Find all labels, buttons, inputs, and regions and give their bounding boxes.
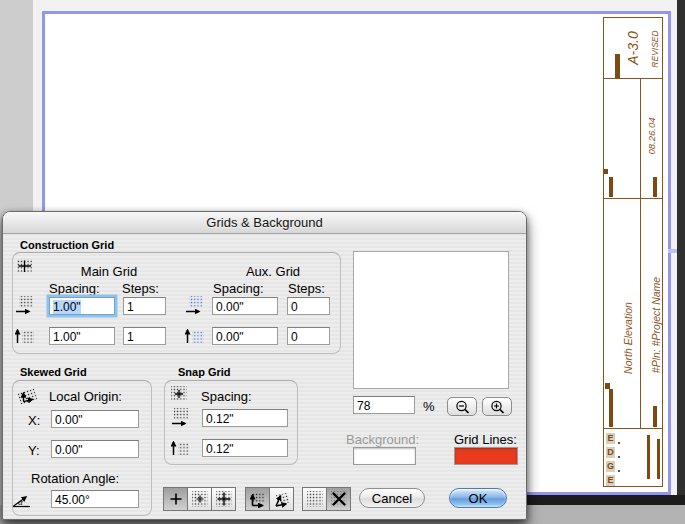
ok-button[interactable]: OK (449, 488, 507, 508)
titleblock-divider (604, 78, 662, 79)
snap-grid-icon (170, 385, 189, 407)
grid-dots-only-button[interactable] (302, 487, 327, 511)
titleblock-mark (604, 169, 608, 174)
titleblock-bar (615, 54, 620, 78)
zoom-in-button[interactable] (482, 397, 512, 416)
skewed-grid-section-label: Skewed Grid (20, 366, 87, 378)
firm-logo-letter: D (606, 447, 615, 458)
titleblock-divider (604, 428, 662, 429)
grid-lines-label: Grid Lines: (454, 432, 517, 447)
skewed-grid-icon (15, 384, 41, 412)
snap-v-grid-icon (170, 437, 191, 461)
grid-display-dots-plus-button[interactable] (187, 487, 212, 511)
snap-spacing-label: Spacing: (201, 389, 252, 404)
sheet-number: A-3.0 (625, 31, 641, 64)
titleblock-bar (653, 406, 657, 427)
rotation-angle-field[interactable]: 45.00° (51, 490, 139, 508)
aux-h-spacing-grid-icon (184, 295, 206, 319)
firm-logo-dot (618, 470, 620, 472)
main-h-steps-field[interactable]: 1 (123, 297, 166, 315)
grid-display-button-row (163, 487, 350, 511)
sheet-date: 08.26.04 (646, 118, 657, 155)
titleblock-bar (609, 177, 613, 197)
grids-background-dialog: Grids & Background Construction Grid Mai… (2, 211, 527, 520)
zoom-out-button[interactable] (447, 397, 477, 416)
firm-logo-letter: G (606, 461, 615, 472)
background-color-well (353, 447, 416, 465)
titleblock: A-3.0 REVISED 08.26.04 North Elevation #… (603, 17, 663, 487)
firm-logo-dot (618, 456, 620, 458)
local-origin-label: Local Origin: (49, 389, 122, 404)
main-steps-label: Steps: (122, 281, 159, 296)
grid-display-plus-button[interactable] (163, 487, 188, 511)
main-v-spacing-field[interactable]: 1.00" (49, 327, 115, 345)
revised-label: REVISED (650, 30, 660, 67)
titleblock-bar (657, 439, 660, 479)
grid-preview (353, 251, 509, 389)
firm-logo-dot (618, 442, 620, 444)
grid-lines-color-well[interactable] (454, 447, 518, 465)
aux-h-steps-field[interactable]: 0 (287, 297, 330, 315)
svg-text:α: α (18, 497, 23, 507)
snap-grid-section-label: Snap Grid (178, 366, 231, 378)
x-label: X: (28, 413, 40, 428)
firm-logo-letter: E (606, 433, 615, 444)
zoom-in-icon (489, 399, 506, 415)
h-spacing-grid-icon (14, 295, 36, 319)
y-label: Y: (28, 443, 40, 458)
zoom-out-icon (454, 399, 471, 415)
titleblock-bar (647, 435, 650, 479)
dialog-title: Grids & Background (3, 212, 526, 234)
titleblock-bar (609, 389, 613, 427)
grid-display-dots-bigplus-button[interactable] (211, 487, 236, 511)
aux-v-steps-field[interactable]: 0 (287, 327, 330, 345)
cancel-button[interactable]: Cancel (359, 488, 425, 508)
construction-grid-icon (14, 257, 35, 280)
grid-skew-axes-button[interactable] (269, 487, 294, 511)
origin-y-field[interactable]: 0.00" (51, 440, 139, 458)
main-grid-heading: Main Grid (49, 264, 169, 279)
main-spacing-label: Spacing: (49, 281, 100, 296)
snap-h-spacing-field[interactable]: 0.12" (202, 409, 288, 427)
rotation-angle-label: Rotation Angle: (31, 471, 119, 486)
aux-spacing-label: Spacing: (213, 281, 264, 296)
aux-v-spacing-grid-icon (184, 325, 206, 349)
firm-logo-letter: E (606, 475, 615, 486)
titleblock-bar (653, 177, 657, 197)
preview-zoom-field[interactable]: 78 (353, 396, 415, 414)
window-right-edge (677, 0, 685, 505)
titleblock-divider (604, 198, 662, 199)
drawing-title: North Elevation (622, 302, 634, 374)
v-spacing-grid-icon (14, 325, 36, 349)
background-label: Background: (346, 432, 419, 447)
aux-v-spacing-field[interactable]: 0.00" (212, 327, 278, 345)
snap-v-spacing-field[interactable]: 0.12" (202, 439, 288, 457)
rotation-angle-icon: α (11, 492, 33, 513)
aux-h-spacing-field[interactable]: 0.00" (212, 297, 278, 315)
origin-x-field[interactable]: 0.00" (51, 410, 139, 428)
sheet-border-handle (668, 249, 677, 253)
main-h-spacing-field[interactable]: 1.00" (49, 297, 115, 315)
snap-h-grid-icon (170, 407, 191, 431)
percent-label: % (423, 399, 435, 414)
construction-grid-section-label: Construction Grid (20, 239, 114, 251)
aux-grid-heading: Aux. Grid (214, 264, 332, 279)
aux-steps-label: Steps: (288, 281, 325, 296)
grid-ortho-axes-button[interactable] (245, 487, 270, 511)
titleblock-divider (640, 78, 641, 428)
project-name: #Pln: #Project Name (650, 277, 662, 373)
grid-off-button[interactable] (326, 487, 351, 511)
main-v-steps-field[interactable]: 1 (123, 327, 166, 345)
